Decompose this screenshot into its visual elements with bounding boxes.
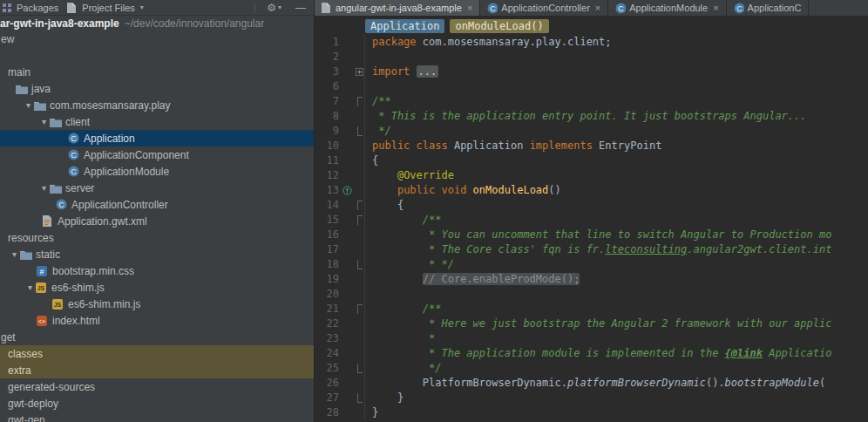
code-line-15[interactable]: 15 /** — [315, 213, 868, 228]
fold-marker-icon[interactable] — [355, 302, 364, 316]
code-line-22[interactable]: 22 * Here we just bootstrap the Angular … — [315, 316, 868, 331]
code-line-23[interactable]: 23 * — [315, 331, 868, 346]
tree-item-com-mosesmansaray-play[interactable]: ▾com.mosesmansaray.play — [0, 97, 314, 113]
code-line-14[interactable]: 14 { — [315, 198, 868, 213]
overriding-method-icon[interactable] — [339, 183, 355, 198]
tree-item-main[interactable]: main — [0, 64, 314, 80]
gutter: 11 — [315, 153, 365, 168]
code-line-16[interactable]: 16 * You can uncomment that line to swit… — [315, 228, 868, 242]
code-line-6[interactable]: 6 — [315, 79, 868, 94]
project-files-view-button[interactable]: Project Files ▾ — [67, 2, 144, 13]
tree-item-label: Application.gwt.xml — [57, 215, 147, 228]
class-icon: C — [487, 3, 498, 14]
tree-item-es6-shim-js[interactable]: ▾JSes6-shim.js — [0, 279, 314, 296]
tree-item-label: client — [64, 116, 90, 128]
tree-item-bootstrap-min-css[interactable]: #bootstrap.min.css — [0, 262, 314, 279]
code-line-27[interactable]: 27 } — [315, 391, 868, 405]
code-line-24[interactable]: 24 * The application module is implement… — [315, 346, 868, 361]
code-line-7[interactable]: 7/** — [315, 94, 868, 109]
tree-item-index-html[interactable]: <>index.html — [0, 312, 314, 329]
editor-tab-applicationc[interactable]: CApplicationC — [727, 0, 810, 16]
hide-panel-button[interactable]: — — [293, 2, 309, 14]
tree-item-application[interactable]: CApplication — [0, 130, 314, 146]
tree-item-gwt-gen[interactable]: gwt-gen — [0, 412, 314, 422]
tree-item-client[interactable]: ▾client — [0, 113, 314, 130]
project-root-header[interactable]: ar-gwt-in-java8-example ~/dev/code/innov… — [0, 16, 314, 31]
expand-arrow-icon[interactable]: ▾ — [38, 183, 50, 193]
tree-item-label: extra — [7, 364, 31, 377]
expand-arrow-icon[interactable]: ▾ — [38, 117, 50, 126]
fold-marker-icon[interactable] — [355, 257, 364, 272]
fold-marker-icon[interactable] — [355, 213, 364, 228]
fold-marker-icon[interactable] — [355, 198, 364, 213]
code-line-25[interactable]: 25 */ — [315, 361, 868, 376]
tree-item-static[interactable]: ▾static — [0, 246, 314, 262]
packages-view-label: Packages — [17, 3, 58, 13]
code-line-11[interactable]: 11{ — [315, 153, 868, 168]
packages-icon — [2, 2, 13, 13]
packages-view-button[interactable]: Packages — [2, 2, 58, 13]
editor-tab-applicationcontroller[interactable]: CApplicationController× — [480, 0, 608, 16]
code-text: * This is the application entry point. I… — [365, 109, 807, 124]
fold-marker-icon[interactable] — [355, 391, 364, 405]
editor-tab-angular-gwt-in-java8-example[interactable]: angular-gwt-in-java8-example× — [315, 0, 480, 16]
code-line-28[interactable]: 28} — [315, 405, 868, 420]
tree-item-classes[interactable]: classes — [0, 345, 314, 362]
line-number: 2 — [315, 50, 339, 65]
tree-item-java[interactable]: java — [0, 80, 314, 97]
fold-marker-icon[interactable] — [355, 94, 364, 109]
code-line-12[interactable]: 12 @Override — [315, 168, 868, 183]
code-line-21[interactable]: 21 /** — [315, 302, 868, 316]
tree-item-applicationcontroller[interactable]: CApplicationController — [0, 196, 314, 213]
tree-item-ew[interactable]: ew — [0, 31, 314, 47]
fold-marker-icon[interactable] — [355, 361, 364, 376]
tree-item-resources[interactable]: resources — [0, 229, 314, 246]
code-line-26[interactable]: 26 PlatformBrowserDynamic.platformBrowse… — [315, 376, 868, 391]
code-line-13[interactable]: 13 public void onModuleLoad() — [315, 183, 868, 198]
code-line-1[interactable]: 1package com.mosesmansaray.play.client; — [315, 35, 868, 50]
tree-item-get[interactable]: get — [0, 329, 314, 345]
js-icon: JS — [52, 299, 67, 310]
fold-marker-icon[interactable]: + — [355, 65, 364, 79]
code-line-20[interactable]: 20 — [315, 287, 868, 302]
code-line-19[interactable]: 19 // Core.enableProdMode(); — [315, 272, 868, 287]
tree-item-applicationcomponent[interactable]: CApplicationComponent — [0, 146, 314, 163]
css-icon: # — [37, 266, 51, 276]
expand-arrow-icon[interactable]: ▾ — [23, 100, 34, 110]
code-line-18[interactable]: 18 * */ — [315, 257, 868, 272]
svg-text:C: C — [736, 3, 743, 12]
tree-item-generated-sources[interactable]: generated-sources — [0, 378, 314, 395]
editor-tab-applicationmodule[interactable]: CApplicationModule× — [608, 0, 726, 16]
code-text: * The application module is implemented … — [365, 346, 831, 361]
expand-arrow-icon[interactable]: ▾ — [9, 249, 20, 259]
breadcrumb-method[interactable]: onModuleLoad() — [450, 19, 548, 33]
tree-item-label: classes — [7, 348, 43, 360]
tab-close-icon[interactable]: × — [595, 3, 600, 13]
code-line-8[interactable]: 8 * This is the application entry point.… — [315, 109, 868, 124]
gutter: 25 — [315, 361, 365, 376]
tree-item-extra[interactable]: extra — [0, 362, 314, 378]
code-line-2[interactable]: 2 — [315, 50, 868, 65]
code-area[interactable]: 1package com.mosesmansaray.play.client;2… — [315, 35, 868, 422]
settings-gear-button[interactable]: ⚙▾ — [264, 2, 284, 14]
fold-column — [355, 405, 364, 420]
tab-close-icon[interactable]: × — [467, 3, 472, 13]
code-line-17[interactable]: 17 * The Core class' fqn is fr.lteconsul… — [315, 242, 868, 257]
tree-item-application-gwt-xml[interactable]: Application.gwt.xml — [0, 213, 314, 229]
expand-arrow-icon[interactable]: ▾ — [24, 282, 36, 292]
tab-close-icon[interactable]: × — [713, 3, 718, 13]
breadcrumb-class[interactable]: Application — [365, 19, 444, 33]
tree-item-gwt-deploy[interactable]: gwt-deploy — [0, 395, 314, 412]
chevron-down-icon: ▾ — [140, 3, 144, 11]
code-line-9[interactable]: 9 */ — [315, 124, 868, 139]
class-icon: C — [56, 199, 71, 210]
code-line-10[interactable]: 10public class Application implements En… — [315, 139, 868, 153]
tree-item-server[interactable]: ▾server — [0, 180, 314, 196]
code-text: */ — [365, 124, 391, 139]
fold-marker-icon[interactable] — [355, 124, 364, 139]
tree-item-applicationmodule[interactable]: CApplicationModule — [0, 163, 314, 180]
gutter-icon-slot — [339, 94, 355, 109]
code-line-3[interactable]: 3+import ... — [315, 65, 868, 79]
tab-label: ApplicationC — [748, 3, 802, 13]
tree-item-es6-shim-min-js[interactable]: JSes6-shim.min.js — [0, 296, 314, 312]
